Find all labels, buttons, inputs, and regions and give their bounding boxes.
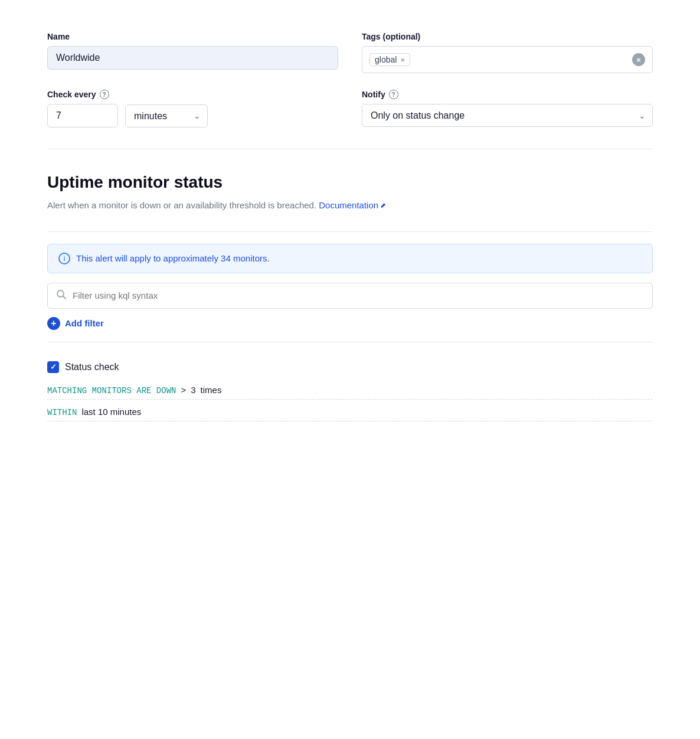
svg-line-1 [63, 296, 66, 299]
notify-help-icon[interactable]: ? [389, 90, 398, 99]
section-title: Uptime monitor status [47, 173, 653, 192]
name-label: Name [47, 32, 338, 41]
condition-keyword-1: MATCHING MONITORS ARE DOWN [47, 386, 176, 395]
tag-global-label: global [375, 55, 397, 64]
condition-suffix-1: times [201, 385, 222, 395]
condition-text-2: last 10 minutes [81, 407, 141, 417]
status-check-label: Status check [65, 362, 119, 372]
external-link-icon: ⬈ [380, 200, 386, 211]
info-icon: i [58, 253, 70, 264]
monitor-status-section: Uptime monitor status Alert when a monit… [47, 156, 653, 224]
check-notify-row: Check every ? minutes seconds hours ⌄ No… [47, 90, 653, 127]
condition-operator-1: > [181, 385, 186, 395]
alert-banner-text: This alert will apply to approximately 3… [76, 253, 270, 263]
check-every-label: Check every ? [47, 90, 338, 99]
check-every-help-icon[interactable]: ? [100, 90, 109, 99]
add-filter-icon[interactable]: + [47, 317, 60, 330]
status-check-checkbox[interactable]: ✓ [47, 361, 59, 373]
name-tags-row: Name Tags (optional) global × × [47, 32, 653, 73]
alert-banner: i This alert will apply to approximately… [47, 244, 653, 273]
condition-divider-1 [47, 399, 653, 400]
notify-select-wrapper: Only on status change Every time On reco… [362, 104, 653, 127]
notify-group: Notify ? Only on status change Every tim… [362, 90, 653, 127]
check-every-group: Check every ? minutes seconds hours ⌄ [47, 90, 338, 127]
checkbox-checkmark-icon: ✓ [50, 362, 57, 371]
condition-divider-2 [47, 421, 653, 421]
check-every-unit-select[interactable]: minutes seconds hours [125, 104, 208, 127]
condition-row-1: MATCHING MONITORS ARE DOWN > 3 times [47, 385, 653, 395]
check-every-inputs: minutes seconds hours ⌄ [47, 104, 338, 127]
condition-value-1: 3 [191, 385, 195, 395]
condition-block-2: WITHIN last 10 minutes [47, 407, 653, 421]
notify-select[interactable]: Only on status change Every time On reco… [362, 104, 653, 127]
tags-group: Tags (optional) global × × [362, 32, 653, 73]
condition-row-2: WITHIN last 10 minutes [47, 407, 653, 417]
add-filter-label[interactable]: Add filter [65, 318, 104, 328]
condition-keyword-2: WITHIN [47, 408, 77, 417]
tag-remove-icon[interactable]: × [400, 55, 405, 64]
tag-global: global × [369, 53, 410, 66]
status-check-section: ✓ Status check MATCHING MONITORS ARE DOW… [47, 349, 653, 440]
condition-block-1: MATCHING MONITORS ARE DOWN > 3 times [47, 385, 653, 400]
form-section: Name Tags (optional) global × × Check ev… [47, 18, 653, 142]
tags-label: Tags (optional) [362, 32, 653, 41]
search-icon [56, 289, 67, 302]
add-filter-row: + Add filter [47, 317, 653, 330]
section-divider-2 [47, 231, 653, 232]
section-divider-1 [47, 149, 653, 149]
name-input[interactable] [47, 46, 338, 70]
status-check-header: ✓ Status check [47, 361, 653, 373]
filter-input-wrapper [47, 283, 653, 309]
check-every-unit-wrapper: minutes seconds hours ⌄ [125, 104, 208, 127]
tags-clear-button[interactable]: × [632, 53, 645, 66]
filter-input[interactable] [73, 290, 644, 300]
check-every-number-input[interactable] [47, 104, 118, 127]
section-divider-3 [47, 342, 653, 342]
name-group: Name [47, 32, 338, 73]
tags-input-container[interactable]: global × × [362, 46, 653, 73]
notify-label: Notify ? [362, 90, 653, 99]
documentation-link[interactable]: Documentation ⬈ [319, 199, 386, 212]
section-description: Alert when a monitor is down or an avail… [47, 199, 653, 212]
